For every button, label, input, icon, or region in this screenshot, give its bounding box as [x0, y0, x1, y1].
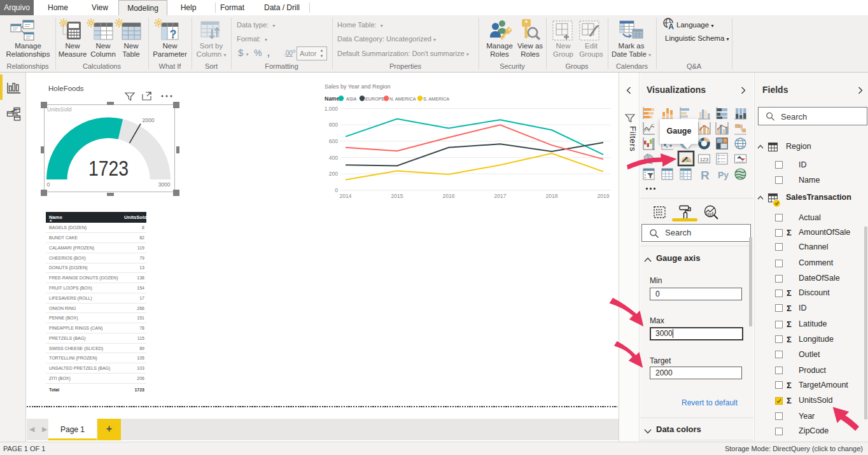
svg-text:Name: Name: [325, 95, 339, 102]
svg-text:200: 200: [329, 171, 338, 177]
svg-text:600: 600: [329, 138, 338, 144]
svg-text:123: 123: [700, 157, 709, 162]
svg-text:Sales by Year and Region: Sales by Year and Region: [325, 83, 391, 90]
svg-text:2017: 2017: [494, 193, 507, 199]
svg-text:2016: 2016: [443, 193, 455, 199]
svg-text:1.000: 1.000: [325, 106, 339, 112]
svg-text:2018: 2018: [546, 193, 558, 199]
svg-text:800: 800: [329, 122, 338, 128]
svg-text:2015: 2015: [391, 193, 403, 199]
svg-text:S. AMERICA: S. AMERICA: [423, 96, 449, 102]
svg-text:ASIA: ASIA: [346, 96, 357, 102]
svg-text:EUROPE: EUROPE: [365, 96, 385, 102]
svg-text:R: R: [701, 169, 710, 182]
svg-text:0: 0: [335, 187, 338, 193]
svg-text:A: A: [668, 22, 674, 31]
svg-text:?: ?: [170, 28, 177, 41]
svg-text:2014: 2014: [340, 193, 352, 199]
svg-text:Py: Py: [718, 170, 729, 180]
svg-text:2019: 2019: [598, 193, 610, 199]
svg-text:400: 400: [329, 155, 338, 161]
svg-text:N. AMERICA: N. AMERICA: [389, 96, 416, 102]
